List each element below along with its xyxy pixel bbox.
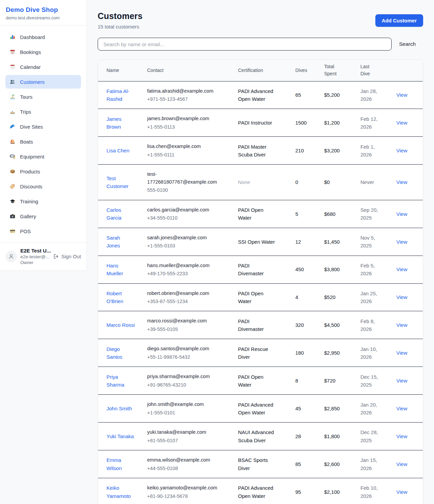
avatar (5, 251, 17, 262)
table-header-row: NameContactCertificationDivesTotal Spent… (98, 60, 423, 81)
view-customer-link[interactable]: View (396, 120, 407, 126)
sidebar-item-equipment[interactable]: Equipment (5, 150, 81, 163)
sidebar-item-gallery[interactable]: Gallery (5, 209, 81, 223)
customer-certification: PADI Advanced Open Water (238, 401, 276, 417)
customer-name-link[interactable]: Sarah Jones (106, 234, 135, 250)
search-input[interactable] (98, 38, 392, 51)
user-name: E2E Test U... (20, 248, 50, 254)
customer-name-link[interactable]: Priya Sharma (106, 373, 135, 389)
customer-dives: 65 (295, 81, 324, 109)
user-icon (8, 254, 14, 260)
dashboard-icon (9, 34, 16, 40)
view-customer-link[interactable]: View (396, 179, 407, 185)
view-customer-link[interactable]: View (396, 211, 407, 217)
sidebar-item-label: Gallery (20, 213, 36, 219)
sidebar-item-label: Products (20, 169, 40, 174)
customer-certification: PADI Master Scuba Diver (238, 143, 276, 159)
customer-email: diego.santos@example.com (147, 345, 220, 352)
view-customer-link[interactable]: View (396, 489, 407, 495)
customer-total-spent: $680 (324, 200, 360, 228)
customer-total-spent: $2,100 (324, 478, 360, 504)
customer-name-link[interactable]: Carlos Garcia (106, 206, 135, 222)
sidebar-nav: Dashboard17BookingsCalendarCustomersTour… (0, 25, 86, 243)
dive-sites-icon (9, 124, 16, 130)
customer-phone: +55-11-99876-5432 (147, 353, 233, 361)
table-row: James Brownjames.brown@example.com+1-555… (98, 109, 423, 137)
customer-phone: +1-555-0103 (147, 242, 233, 249)
view-customer-link[interactable]: View (396, 461, 407, 467)
sidebar-item-discounts[interactable]: Discounts (5, 180, 81, 193)
sidebar-item-dive-sites[interactable]: Dive Sites (5, 120, 81, 133)
sidebar-item-products[interactable]: Products (5, 165, 81, 178)
sidebar-item-trips[interactable]: Trips (5, 105, 81, 118)
view-customer-link[interactable]: View (396, 433, 407, 439)
customer-name-link[interactable]: Emma Wilson (106, 456, 135, 472)
customer-name-link[interactable]: John Smith (106, 405, 132, 412)
customer-name-link[interactable]: James Brown (106, 115, 135, 131)
customer-name-link[interactable]: Diego Santos (106, 345, 135, 361)
customer-name-link[interactable]: Marco Rossi (106, 321, 135, 329)
view-customer-link[interactable]: View (396, 148, 407, 153)
main-content: Customers 15 total customers Add Custome… (98, 0, 423, 504)
customers-table: NameContactCertificationDivesTotal Spent… (98, 60, 423, 504)
customer-email: marco.rossi@example.com (147, 317, 220, 324)
add-customer-button[interactable]: Add Customer (375, 14, 423, 27)
view-customer-link[interactable]: View (396, 294, 407, 300)
customer-dives: 8 (295, 367, 324, 395)
sidebar-item-label: Dive Sites (20, 124, 43, 130)
table-row: Carlos Garciacarlos.garcia@example.com+3… (98, 200, 423, 228)
customer-certification: PADI Rescue Diver (238, 345, 276, 361)
customer-dives: 85 (295, 450, 324, 478)
customer-email: keiko.yamamoto@example.com (147, 484, 220, 491)
calendar-icon (9, 64, 16, 70)
sidebar-item-dashboard[interactable]: Dashboard (5, 30, 81, 44)
table-row: Emma Wilsonemma.wilson@example.com+44-55… (98, 450, 423, 478)
customer-certification: PADI Advanced Open Water (238, 87, 276, 103)
customer-last-dive: Dec 28, 2025 (360, 428, 384, 444)
customer-dives: 0 (295, 165, 324, 200)
view-customer-link[interactable]: View (396, 239, 407, 245)
search-button[interactable]: Search (392, 38, 423, 51)
view-customer-link[interactable]: View (396, 406, 407, 411)
table-row: Keiko Yamamotokeiko.yamamoto@example.com… (98, 478, 423, 504)
customer-name-link[interactable]: Fatima Al-Rashid (106, 87, 135, 103)
sidebar-item-customers[interactable]: Customers (5, 75, 81, 89)
products-icon (9, 168, 16, 174)
customer-email: hans.mueller@example.com (147, 262, 220, 269)
customers-table-card: NameContactCertificationDivesTotal Spent… (98, 59, 423, 504)
customer-phone: +353-87-555-1234 (147, 298, 233, 305)
sidebar-item-pos[interactable]: POS (5, 224, 81, 238)
view-customer-link[interactable]: View (396, 92, 407, 98)
customer-total-spent: $3,800 (324, 256, 360, 283)
sidebar-item-tours[interactable]: Tours (5, 90, 81, 104)
view-customer-link[interactable]: View (396, 322, 407, 328)
sidebar-item-bookings[interactable]: 17Bookings (5, 45, 81, 59)
view-customer-link[interactable]: View (396, 350, 407, 356)
sidebar-item-calendar[interactable]: Calendar (5, 60, 81, 74)
view-customer-link[interactable]: View (396, 266, 407, 272)
sign-out-button[interactable]: Sign Out (53, 254, 81, 259)
sidebar-item-training[interactable]: Training (5, 194, 81, 208)
customer-certification: PADI Open Water (238, 373, 276, 389)
customer-name-link[interactable]: Test Customer (106, 174, 135, 190)
customer-name-link[interactable]: Robert O'Brien (106, 290, 135, 305)
sidebar: Demo Dive Shop demo.test.divestreams.com… (0, 0, 87, 271)
customer-dives: 45 (295, 395, 324, 423)
customer-name-link[interactable]: Keiko Yamamoto (106, 484, 135, 500)
trips-icon (9, 109, 16, 115)
customer-phone: +971-55-123-4567 (147, 95, 233, 103)
customer-email: yuki.tanaka@example.com (147, 428, 220, 436)
sidebar-item-boats[interactable]: Boats (5, 135, 81, 148)
customer-name-link[interactable]: Yuki Tanaka (106, 432, 134, 440)
customer-last-dive: Dec 15, 2025 (360, 373, 384, 389)
customer-last-dive: Feb 12, 2026 (360, 115, 384, 131)
customer-name-link[interactable]: Hans Mueller (106, 262, 135, 278)
table-row: Sarah Jonessarah.jones@example.com+1-555… (98, 228, 423, 256)
table-row: Diego Santosdiego.santos@example.com+55-… (98, 339, 423, 367)
customer-certification: SSI Open Water (238, 238, 275, 246)
view-customer-link[interactable]: View (396, 378, 407, 384)
customer-name-link[interactable]: Lisa Chen (106, 147, 130, 154)
customer-phone: +44-555-0108 (147, 465, 233, 472)
shop-name[interactable]: Demo Dive Shop (6, 6, 81, 14)
customer-last-dive: Jan 20, 2026 (360, 401, 384, 417)
